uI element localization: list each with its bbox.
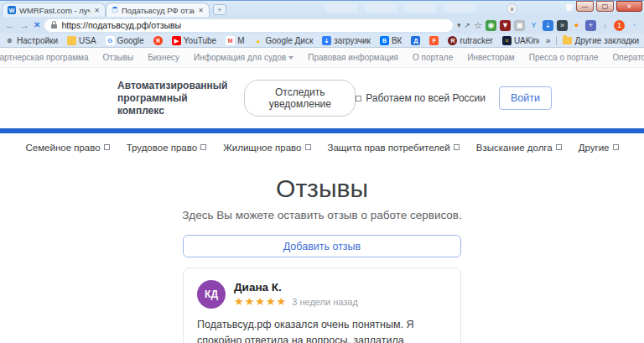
category-link[interactable]: Семейное право <box>25 143 109 153</box>
google-g-icon: G <box>106 36 115 45</box>
maximize-button[interactable] <box>596 1 614 12</box>
dropdown-box-icon <box>104 144 110 150</box>
blue-sphere-icon[interactable]: ◔ <box>628 20 639 31</box>
site-logo[interactable]: Автоматизированный программный комплекс <box>117 80 227 117</box>
topnav-link[interactable]: О портале <box>413 53 453 62</box>
new-tab-button[interactable] <box>213 4 226 15</box>
background-tab <box>365 4 397 13</box>
page-subtitle: Здесь Вы можете оставить отзыв о работе … <box>0 209 644 221</box>
background-tab <box>404 4 437 13</box>
extension-icons: ◉ ▼ ▣ Y ⇣ » ● + ↓ 1 <box>486 20 639 31</box>
bookmark-item[interactable]: ≡ UAKino <box>502 36 539 45</box>
review-card: КД Диана К. ★★★★★ 3 недели назад Податьв… <box>183 268 461 343</box>
topnav-link[interactable]: Бизнесу <box>148 53 179 62</box>
fl-downloader-icon[interactable]: ◉ <box>486 20 496 31</box>
tab-podatvsud[interactable]: Податьвсуд РФ отзывы о сайте: р <box>106 3 210 17</box>
rutracker-icon: R <box>448 36 457 45</box>
review-author-block: Диана К. ★★★★★ 3 недели назад <box>234 281 358 308</box>
close-tab-icon[interactable] <box>94 7 100 14</box>
site-header: Автоматизированный программный комплекс … <box>0 68 644 128</box>
stop-loading-button[interactable] <box>34 21 40 29</box>
star-rating: ★★★★★ <box>234 295 287 308</box>
forward-button[interactable] <box>19 20 29 30</box>
address-toolbar: https://податьвсуд.рф/отзывы ◉ ▼ ▣ Y ⇣ » <box>0 17 644 34</box>
dropdown-box-icon <box>556 144 562 150</box>
dropdown-box-icon <box>305 144 311 150</box>
bookmark-item[interactable]: M M <box>226 36 244 45</box>
bookmark-item[interactable]: B ВК <box>380 36 402 45</box>
bookmark-item[interactable]: F <box>429 36 439 45</box>
tab-title: Податьвсуд РФ отзывы о сайте: р <box>122 6 195 15</box>
bookmark-star-icon[interactable] <box>474 20 482 31</box>
add-review-button[interactable]: Добавить отзыв <box>183 235 461 257</box>
category-link[interactable]: Защита прав потребителей <box>328 143 460 153</box>
red-shield-icon[interactable]: ▼ <box>500 20 511 31</box>
letter-f-app-icon: F <box>429 36 439 45</box>
orange-counter-icon[interactable]: ● <box>571 20 582 31</box>
review-text: Податьвсуд.рф оказался очень понятным. Я… <box>197 317 447 343</box>
url-text[interactable]: https://податьвсуд.рф/отзывы <box>61 20 181 30</box>
background-tab <box>325 4 358 13</box>
avatar: КД <box>197 280 226 309</box>
bookmark-item[interactable]: ▶ YouTube <box>172 36 216 45</box>
map-box-icon <box>356 96 361 101</box>
folder-icon <box>67 36 76 45</box>
bookmark-item[interactable]: USA <box>67 36 96 45</box>
vk-icon: B <box>380 36 389 45</box>
bookmarks-right: » Другие закладки <box>546 36 639 45</box>
video-saver-icon[interactable]: ⇣ <box>543 20 553 31</box>
topnav-link[interactable]: Информация для судов <box>194 53 293 62</box>
category-link[interactable]: Взыскание долга <box>476 143 562 153</box>
bookmark-item[interactable]: Д <box>411 36 420 45</box>
tab-wmrfast[interactable]: W WMRFast.com - лучшее место дл <box>2 3 106 17</box>
downloads-icon[interactable]: ↓ <box>600 20 610 31</box>
dropdown-box-icon <box>200 144 206 150</box>
site-page: Партнерская программа Отзывы Бизнесу Инф… <box>0 48 644 343</box>
puzzle-icon[interactable]: + <box>585 20 596 31</box>
topnav-link[interactable]: Партнерская программа <box>0 53 89 62</box>
yandex-icon: Я <box>153 36 163 45</box>
topnav-link[interactable]: Инвесторам <box>467 53 515 62</box>
toolbar-right: ◉ ▼ ▣ Y ⇣ » ● + ↓ 1 <box>457 20 639 31</box>
review-meta: ★★★★★ 3 недели назад <box>234 295 358 308</box>
tabstrip-chevron-button[interactable] <box>506 3 517 14</box>
clipboard-icon[interactable]: ▣ <box>514 20 525 31</box>
address-bar[interactable]: https://податьвсуд.рф/отзывы <box>44 19 453 32</box>
bookmarks-overflow-chevron[interactable]: » <box>546 36 551 45</box>
topnav-link[interactable]: Правовая информация <box>308 53 398 62</box>
review-header: КД Диана К. ★★★★★ 3 недели назад <box>197 280 447 309</box>
review-date: 3 недели назад <box>292 297 358 307</box>
dropdown-caret-icon[interactable] <box>457 21 461 29</box>
bookmark-item[interactable]: R rutracker <box>448 36 492 45</box>
uakino-icon: ≡ <box>502 36 512 45</box>
close-tab-icon[interactable] <box>198 7 204 14</box>
share-icon[interactable] <box>465 21 471 29</box>
minimize-button[interactable] <box>576 1 594 12</box>
orange-notify-icon[interactable]: 1 <box>614 20 625 31</box>
bookmark-item[interactable]: ⚙ Настройки <box>5 36 58 45</box>
login-button[interactable]: Войти <box>499 86 552 110</box>
category-link[interactable]: Трудовое право <box>127 143 206 153</box>
bookmark-item[interactable]: Я <box>153 36 163 45</box>
browser-window: W WMRFast.com - лучшее место дл Податьвс… <box>0 0 644 48</box>
dropdown-box-icon <box>613 144 619 150</box>
topnav-link[interactable]: Оператор <box>612 53 644 62</box>
bookmark-item[interactable]: ▲ Google Диск <box>254 36 314 45</box>
coverage-text: Работаем по всей России <box>356 92 486 104</box>
topnav-link[interactable]: Отзывы <box>103 53 134 62</box>
back-button[interactable] <box>5 20 15 30</box>
category-link[interactable]: Другие <box>579 143 619 153</box>
divider <box>556 36 557 45</box>
tab-title: WMRFast.com - лучшее место дл <box>19 6 91 15</box>
track-notification-button[interactable]: Отследить уведомление <box>244 80 356 117</box>
google-drive-icon: ▲ <box>254 36 263 45</box>
dark-arrows-icon[interactable]: » <box>557 20 568 31</box>
other-bookmarks-folder[interactable]: Другие закладки <box>563 36 639 45</box>
topnav-link[interactable]: Пресса о портале <box>529 53 599 62</box>
bookmark-item[interactable]: G Google <box>106 36 144 45</box>
other-bookmarks-label: Другие закладки <box>574 36 639 45</box>
bookmark-item[interactable]: ⇣ загрузчик <box>322 36 371 45</box>
close-window-button[interactable] <box>616 1 642 12</box>
category-link[interactable]: Жилищное право <box>223 143 310 153</box>
yandex-y-icon[interactable]: Y <box>528 20 539 31</box>
